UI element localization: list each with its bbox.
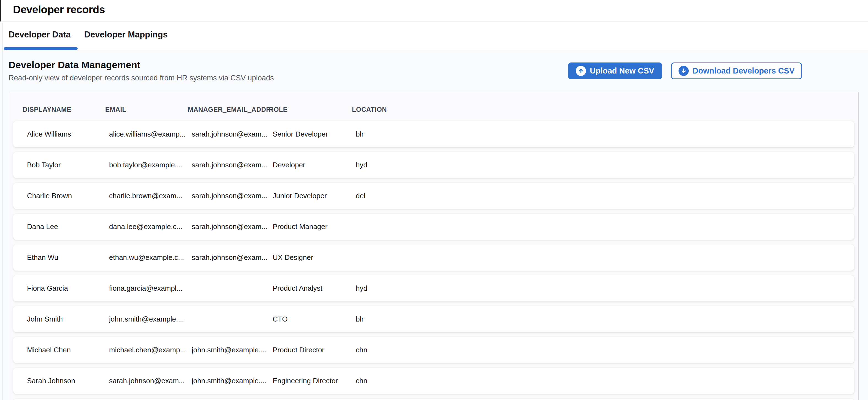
cell-displayname: Alice Williams bbox=[27, 130, 109, 139]
table-row: John Smithjohn.smith@example....CTOblr bbox=[13, 306, 854, 332]
cell-role: UX Designer bbox=[273, 253, 356, 262]
cell-role: Product Analyst bbox=[273, 284, 356, 293]
column-header-role: ROLE bbox=[269, 106, 352, 114]
cell-manager-email-address: sarah.johnson@exam... bbox=[192, 253, 273, 262]
developer-table: DISPLAYNAMEEMAILMANAGER_EMAIL_ADDRE...RO… bbox=[9, 92, 859, 400]
active-tab-indicator bbox=[4, 48, 78, 50]
upload-new-csv-button[interactable]: Upload New CSV bbox=[568, 62, 662, 79]
cell-email: dana.lee@example.c... bbox=[109, 222, 192, 231]
tab-developer-mappings[interactable]: Developer Mappings bbox=[84, 30, 168, 40]
cell-displayname: Fiona Garcia bbox=[27, 284, 109, 293]
cell-role: Product Director bbox=[273, 346, 356, 354]
cell-role: Senior Developer bbox=[273, 130, 356, 139]
cell-manager-email-address: sarah.johnson@exam... bbox=[192, 130, 273, 139]
table-row: Bob Taylorbob.taylor@example....sarah.jo… bbox=[13, 152, 854, 178]
circle-arrow-down-icon bbox=[679, 66, 689, 76]
table-row: Dana Leedana.lee@example.c...sarah.johns… bbox=[13, 214, 854, 240]
cell-role: Developer bbox=[273, 161, 356, 169]
cell-email: sarah.johnson@exam... bbox=[109, 377, 192, 385]
column-header-displayname: DISPLAYNAME bbox=[23, 106, 105, 114]
cell-manager-email-address: sarah.johnson@exam... bbox=[192, 161, 273, 169]
cell-manager-email-address: sarah.johnson@exam... bbox=[192, 222, 273, 231]
cell-displayname: Charlie Brown bbox=[27, 192, 109, 200]
tab-bar: Developer Data Developer Mappings bbox=[0, 22, 868, 50]
left-edge-divider bbox=[0, 0, 1, 22]
download-developers-csv-button[interactable]: Download Developers CSV bbox=[671, 62, 802, 79]
cell-location: del bbox=[356, 192, 854, 200]
cell-location: hyd bbox=[356, 284, 854, 293]
cell-email: fiona.garcia@exampl... bbox=[109, 284, 192, 293]
cell-role: CTO bbox=[273, 315, 356, 324]
csv-action-buttons: Upload New CSV Download Developers CSV bbox=[568, 62, 802, 79]
upload-button-label: Upload New CSV bbox=[590, 66, 654, 75]
panel-left-edge bbox=[0, 23, 3, 400]
cell-location: blr bbox=[356, 315, 854, 324]
cell-location: blr bbox=[356, 130, 854, 139]
section-title: Developer Data Management bbox=[8, 59, 140, 70]
download-button-label: Download Developers CSV bbox=[692, 66, 795, 75]
cell-manager-email-address: john.smith@example.... bbox=[192, 377, 273, 385]
cell-manager-email-address: sarah.johnson@exam... bbox=[192, 192, 273, 200]
table-row-partial bbox=[13, 399, 854, 400]
table-header: DISPLAYNAMEEMAILMANAGER_EMAIL_ADDRE...RO… bbox=[9, 92, 858, 121]
cell-manager-email-address: john.smith@example.... bbox=[192, 346, 273, 354]
cell-displayname: Ethan Wu bbox=[27, 253, 109, 262]
table-row: Alice Williamsalice.williams@examp...sar… bbox=[13, 121, 854, 147]
table-row: Michael Chenmichael.chen@examp...john.sm… bbox=[13, 337, 854, 363]
cell-email: bob.taylor@example.... bbox=[109, 161, 192, 169]
table-rows: Alice Williamsalice.williams@examp...sar… bbox=[13, 121, 854, 400]
table-row: Sarah Johnsonsarah.johnson@exam...john.s… bbox=[13, 368, 854, 394]
column-header-email: EMAIL bbox=[105, 106, 188, 114]
table-row: Fiona Garciafiona.garcia@exampl...Produc… bbox=[13, 275, 854, 302]
column-header-manager-email-address: MANAGER_EMAIL_ADDRE... bbox=[188, 106, 269, 114]
cell-role: Product Manager bbox=[273, 222, 356, 231]
cell-email: charlie.brown@exam... bbox=[109, 192, 192, 200]
cell-email: michael.chen@examp... bbox=[109, 346, 192, 354]
tab-developer-data[interactable]: Developer Data bbox=[8, 30, 71, 40]
circle-arrow-up-icon bbox=[576, 66, 586, 76]
cell-email: alice.williams@examp... bbox=[109, 130, 192, 139]
cell-role: Engineering Director bbox=[273, 377, 356, 385]
title-bar: Developer records bbox=[0, 0, 868, 22]
cell-email: ethan.wu@example.c... bbox=[109, 253, 192, 262]
cell-displayname: Bob Taylor bbox=[27, 161, 109, 169]
table-row: Ethan Wuethan.wu@example.c...sarah.johns… bbox=[13, 244, 854, 271]
cell-displayname: John Smith bbox=[27, 315, 109, 324]
cell-email: john.smith@example.... bbox=[109, 315, 192, 324]
cell-displayname: Sarah Johnson bbox=[27, 377, 109, 385]
column-header-location: LOCATION bbox=[352, 106, 858, 114]
page-title: Developer records bbox=[13, 4, 105, 16]
section-subtitle: Read-only view of developer records sour… bbox=[8, 74, 274, 82]
cell-location: chn bbox=[356, 377, 854, 385]
table-row: Charlie Browncharlie.brown@exam...sarah.… bbox=[13, 183, 854, 209]
cell-displayname: Michael Chen bbox=[27, 346, 109, 354]
cell-displayname: Dana Lee bbox=[27, 222, 109, 231]
cell-location: chn bbox=[356, 346, 854, 354]
cell-role: Junior Developer bbox=[273, 192, 356, 200]
cell-location: hyd bbox=[356, 161, 854, 169]
